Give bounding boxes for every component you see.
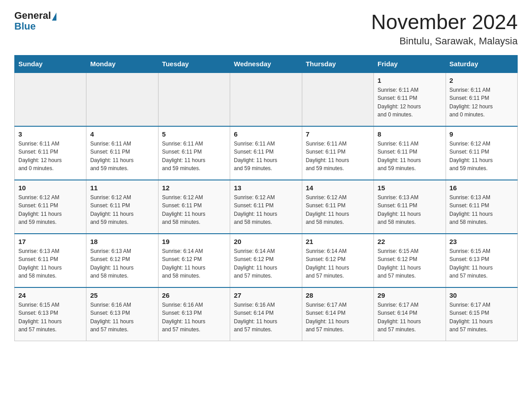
day-number: 29 — [378, 291, 442, 299]
calendar-day-cell — [302, 73, 373, 126]
calendar-day-cell: 1Sunrise: 6:11 AMSunset: 6:11 PMDaylight… — [374, 73, 446, 126]
calendar-day-cell: 16Sunrise: 6:13 AMSunset: 6:11 PMDayligh… — [446, 180, 517, 234]
day-info: Sunrise: 6:12 AMSunset: 6:11 PMDaylight:… — [90, 193, 154, 227]
calendar-day-cell — [230, 73, 302, 126]
day-info: Sunrise: 6:15 AMSunset: 6:13 PMDaylight:… — [450, 247, 514, 280]
day-number: 1 — [378, 77, 442, 84]
day-number: 13 — [234, 184, 298, 192]
day-number: 18 — [90, 238, 154, 245]
day-info: Sunrise: 6:16 AMSunset: 6:14 PMDaylight:… — [234, 301, 298, 334]
calendar-day-cell: 17Sunrise: 6:13 AMSunset: 6:11 PMDayligh… — [15, 234, 86, 287]
calendar-day-cell: 28Sunrise: 6:17 AMSunset: 6:14 PMDayligh… — [302, 287, 373, 341]
day-number: 5 — [162, 130, 226, 138]
calendar-day-cell: 23Sunrise: 6:15 AMSunset: 6:13 PMDayligh… — [446, 234, 517, 287]
day-number: 11 — [90, 184, 154, 192]
day-info: Sunrise: 6:12 AMSunset: 6:11 PMDaylight:… — [162, 193, 226, 227]
day-info: Sunrise: 6:11 AMSunset: 6:11 PMDaylight:… — [234, 140, 298, 173]
calendar-week-row: 17Sunrise: 6:13 AMSunset: 6:11 PMDayligh… — [15, 234, 518, 287]
day-number: 3 — [18, 130, 82, 138]
day-number: 9 — [450, 130, 514, 138]
calendar-week-row: 1Sunrise: 6:11 AMSunset: 6:11 PMDaylight… — [15, 73, 518, 126]
day-number: 20 — [234, 238, 298, 245]
day-number: 8 — [378, 130, 442, 138]
day-number: 27 — [234, 291, 298, 299]
calendar-header-cell: Thursday — [302, 55, 373, 73]
day-info: Sunrise: 6:14 AMSunset: 6:12 PMDaylight:… — [306, 247, 370, 280]
month-title: November 2024 — [371, 11, 518, 34]
day-info: Sunrise: 6:17 AMSunset: 6:14 PMDaylight:… — [378, 301, 442, 334]
day-info: Sunrise: 6:11 AMSunset: 6:11 PMDaylight:… — [90, 140, 154, 173]
calendar-day-cell: 9Sunrise: 6:12 AMSunset: 6:11 PMDaylight… — [446, 126, 517, 180]
calendar-header-cell: Monday — [86, 55, 158, 73]
calendar-day-cell: 3Sunrise: 6:11 AMSunset: 6:11 PMDaylight… — [15, 126, 86, 180]
day-info: Sunrise: 6:12 AMSunset: 6:11 PMDaylight:… — [450, 140, 514, 173]
calendar-week-row: 24Sunrise: 6:15 AMSunset: 6:13 PMDayligh… — [15, 287, 518, 341]
day-number: 2 — [450, 77, 514, 84]
calendar-day-cell: 13Sunrise: 6:12 AMSunset: 6:11 PMDayligh… — [230, 180, 302, 234]
calendar-day-cell: 4Sunrise: 6:11 AMSunset: 6:11 PMDaylight… — [86, 126, 158, 180]
calendar-header-cell: Tuesday — [158, 55, 230, 73]
calendar-day-cell: 10Sunrise: 6:12 AMSunset: 6:11 PMDayligh… — [15, 180, 86, 234]
day-info: Sunrise: 6:11 AMSunset: 6:11 PMDaylight:… — [378, 86, 442, 119]
day-number: 21 — [306, 238, 370, 245]
day-number: 22 — [378, 238, 442, 245]
logo-blue-text: Blue — [14, 21, 36, 32]
calendar-header-cell: Saturday — [446, 55, 517, 73]
calendar-day-cell: 30Sunrise: 6:17 AMSunset: 6:15 PMDayligh… — [446, 287, 517, 341]
calendar-day-cell: 26Sunrise: 6:16 AMSunset: 6:13 PMDayligh… — [158, 287, 230, 341]
calendar-week-row: 10Sunrise: 6:12 AMSunset: 6:11 PMDayligh… — [15, 180, 518, 234]
logo-triangle-icon — [52, 13, 56, 21]
day-info: Sunrise: 6:13 AMSunset: 6:11 PMDaylight:… — [18, 247, 82, 280]
day-info: Sunrise: 6:12 AMSunset: 6:11 PMDaylight:… — [18, 193, 82, 227]
calendar-day-cell: 20Sunrise: 6:14 AMSunset: 6:12 PMDayligh… — [230, 234, 302, 287]
day-number: 7 — [306, 130, 370, 138]
day-info: Sunrise: 6:12 AMSunset: 6:11 PMDaylight:… — [234, 193, 298, 227]
calendar-day-cell: 21Sunrise: 6:14 AMSunset: 6:12 PMDayligh… — [302, 234, 373, 287]
day-info: Sunrise: 6:15 AMSunset: 6:13 PMDaylight:… — [18, 301, 82, 334]
day-number: 30 — [450, 291, 514, 299]
day-number: 23 — [450, 238, 514, 245]
day-info: Sunrise: 6:12 AMSunset: 6:11 PMDaylight:… — [306, 193, 370, 227]
calendar-day-cell: 19Sunrise: 6:14 AMSunset: 6:12 PMDayligh… — [158, 234, 230, 287]
day-info: Sunrise: 6:13 AMSunset: 6:11 PMDaylight:… — [450, 193, 514, 227]
day-number: 25 — [90, 291, 154, 299]
day-number: 10 — [18, 184, 82, 192]
day-number: 24 — [18, 291, 82, 299]
day-info: Sunrise: 6:16 AMSunset: 6:13 PMDaylight:… — [90, 301, 154, 334]
day-info: Sunrise: 6:17 AMSunset: 6:14 PMDaylight:… — [306, 301, 370, 334]
calendar-day-cell: 14Sunrise: 6:12 AMSunset: 6:11 PMDayligh… — [302, 180, 373, 234]
calendar-day-cell: 22Sunrise: 6:15 AMSunset: 6:12 PMDayligh… — [374, 234, 446, 287]
calendar-day-cell — [15, 73, 86, 126]
calendar-day-cell: 25Sunrise: 6:16 AMSunset: 6:13 PMDayligh… — [86, 287, 158, 341]
day-info: Sunrise: 6:11 AMSunset: 6:11 PMDaylight:… — [18, 140, 82, 173]
day-info: Sunrise: 6:17 AMSunset: 6:15 PMDaylight:… — [450, 301, 514, 334]
page-header: General Blue November 2024 Bintulu, Sara… — [14, 11, 518, 47]
day-number: 15 — [378, 184, 442, 192]
calendar-day-cell: 29Sunrise: 6:17 AMSunset: 6:14 PMDayligh… — [374, 287, 446, 341]
day-number: 28 — [306, 291, 370, 299]
calendar-day-cell: 8Sunrise: 6:11 AMSunset: 6:11 PMDaylight… — [374, 126, 446, 180]
day-info: Sunrise: 6:11 AMSunset: 6:11 PMDaylight:… — [378, 140, 442, 173]
calendar-day-cell: 27Sunrise: 6:16 AMSunset: 6:14 PMDayligh… — [230, 287, 302, 341]
calendar-day-cell: 24Sunrise: 6:15 AMSunset: 6:13 PMDayligh… — [15, 287, 86, 341]
day-number: 12 — [162, 184, 226, 192]
calendar-day-cell: 12Sunrise: 6:12 AMSunset: 6:11 PMDayligh… — [158, 180, 230, 234]
day-info: Sunrise: 6:11 AMSunset: 6:11 PMDaylight:… — [306, 140, 370, 173]
day-number: 17 — [18, 238, 82, 245]
calendar-day-cell — [158, 73, 230, 126]
day-info: Sunrise: 6:14 AMSunset: 6:12 PMDaylight:… — [162, 247, 226, 280]
calendar-header-cell: Friday — [374, 55, 446, 73]
day-info: Sunrise: 6:13 AMSunset: 6:11 PMDaylight:… — [378, 193, 442, 227]
title-area: November 2024 Bintulu, Sarawak, Malaysia — [371, 11, 518, 47]
day-info: Sunrise: 6:11 AMSunset: 6:11 PMDaylight:… — [450, 86, 514, 119]
day-info: Sunrise: 6:16 AMSunset: 6:13 PMDaylight:… — [162, 301, 226, 334]
calendar-day-cell: 11Sunrise: 6:12 AMSunset: 6:11 PMDayligh… — [86, 180, 158, 234]
day-info: Sunrise: 6:14 AMSunset: 6:12 PMDaylight:… — [234, 247, 298, 280]
day-number: 16 — [450, 184, 514, 192]
calendar-day-cell: 2Sunrise: 6:11 AMSunset: 6:11 PMDaylight… — [446, 73, 517, 126]
calendar-header-cell: Sunday — [15, 55, 86, 73]
day-number: 26 — [162, 291, 226, 299]
calendar-day-cell: 7Sunrise: 6:11 AMSunset: 6:11 PMDaylight… — [302, 126, 373, 180]
logo-general-text: General — [14, 11, 51, 21]
calendar-day-cell: 18Sunrise: 6:13 AMSunset: 6:12 PMDayligh… — [86, 234, 158, 287]
